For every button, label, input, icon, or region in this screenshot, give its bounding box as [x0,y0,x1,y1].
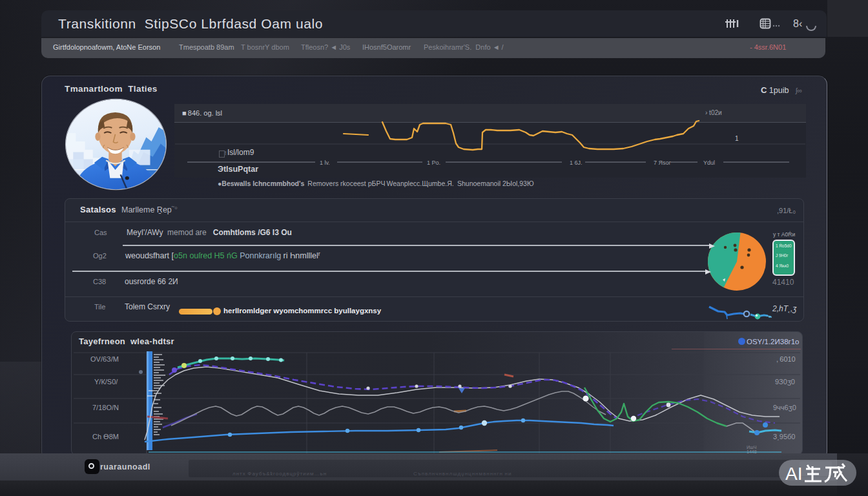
svg-text:1 lv.: 1 lv. [320,160,330,166]
svg-text:Ydul: Ydul [703,160,715,166]
svg-text:AI: AI [785,464,802,484]
svg-text:7 Яsor: 7 Яsor [654,160,671,166]
svg-text:1 6J.: 1 6J. [570,160,583,166]
svg-text:1: 1 [735,135,739,142]
svg-text:1 Рo.: 1 Рo. [427,160,440,166]
